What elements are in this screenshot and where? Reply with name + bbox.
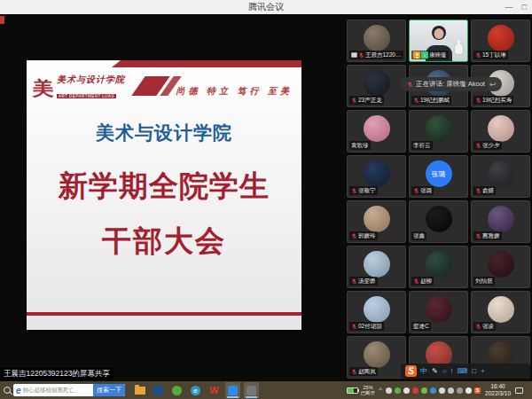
hidden-icons-chevron[interactable]: ^ — [378, 387, 383, 394]
participant-tile[interactable]: 袁歌珍 — [347, 110, 406, 153]
soft-keyboard-icon[interactable]: ⌨ — [458, 368, 468, 375]
file-explorer-icon[interactable] — [132, 382, 147, 398]
participant-label: 惠雅媛 — [473, 231, 502, 240]
taskbar-apps: eW — [132, 381, 259, 399]
reply-arrow-icon[interactable]: ↩ — [489, 81, 497, 89]
minimize-button[interactable]: — — [505, 4, 513, 12]
participant-avatar — [364, 25, 390, 51]
participant-name: 张敬宁 — [358, 187, 376, 195]
participant-tile[interactable]: 俞婧 — [471, 155, 530, 198]
college-logo-mark: 美 — [32, 79, 53, 98]
participant-label: 张少夕 — [473, 141, 502, 150]
participant-tile[interactable]: 盟途C — [409, 291, 468, 333]
slide-title-line1: 新学期全院学生 — [27, 167, 301, 207]
move-tool-icon[interactable] — [466, 387, 472, 394]
sogou-logo-icon[interactable]: S — [405, 365, 417, 377]
network-icon[interactable] — [448, 387, 454, 394]
capture-app-icon[interactable] — [244, 382, 259, 398]
participant-name: 袁歌珍 — [351, 142, 369, 150]
blue-app-icon[interactable] — [430, 387, 436, 394]
participant-tile[interactable]: 惠雅媛 — [471, 200, 530, 243]
edge-browser-icon[interactable]: e — [188, 382, 203, 398]
participant-avatar — [364, 341, 390, 368]
speaking-mic-icon — [407, 82, 413, 88]
windows-taskbar: e 独心起移植烟熏死亡 搜索一下 eW 25% 已断开 ^S 16:40 202… — [0, 381, 532, 399]
shared-slide: 美 美术与设计学院 ART DEPARTMENT LUAS 尚德 特立 笃行 至… — [27, 60, 301, 330]
college-logo-title: 美术与设计学院 — [57, 74, 125, 85]
sogou-input-bar: S 中✎○!⌨□+ — [401, 364, 530, 379]
tencent-meeting-icon-glyph — [228, 386, 238, 395]
participant-name: 汤雯骅 — [358, 278, 376, 286]
system-tray: 25% 已断开 ^S 16:40 2022/3/10 — [347, 383, 530, 397]
participant-tile[interactable]: 张敬宁 — [347, 155, 406, 198]
participant-tile[interactable]: 张璐张璐 — [409, 155, 468, 198]
mic-tray-icon[interactable] — [403, 387, 410, 394]
chinese-mode-icon[interactable]: 中 — [420, 368, 427, 375]
taskbar-search-box[interactable]: e 独心起移植烟熏死亡 搜索一下 — [13, 384, 125, 396]
muted-mic-icon — [358, 52, 364, 59]
sogou-tray-icon[interactable]: S — [474, 387, 481, 394]
participant-label: 赵陶岚 — [349, 367, 378, 376]
participant-tile[interactable]: ↓康映璇 — [409, 20, 468, 62]
participant-label: 赵柳 — [411, 277, 434, 286]
participant-tile[interactable]: 李容云 — [409, 110, 468, 153]
participant-tile[interactable]: 赵陶岚 — [347, 336, 406, 379]
participant-label: 15丁以琳 — [473, 51, 508, 59]
participant-tile[interactable]: 赵柳 — [409, 246, 468, 288]
wechat-icon[interactable] — [395, 387, 401, 394]
muted-mic-icon — [475, 233, 481, 239]
punctuation-icon[interactable]: ○ — [442, 368, 447, 375]
green-app-icon[interactable] — [169, 382, 184, 398]
participant-label: 张璐 — [411, 186, 434, 195]
participant-name: 惠雅媛 — [482, 232, 500, 240]
participant-tile[interactable]: 王晨吉12205392123... — [347, 20, 406, 62]
taskbar-clock[interactable]: 16:40 2022/3/10 — [485, 383, 511, 397]
capture-app-icon-glyph — [246, 386, 256, 395]
muted-mic-icon — [351, 278, 357, 285]
red-app-icon[interactable] — [412, 387, 419, 394]
volume-muted-icon[interactable] — [439, 387, 445, 394]
pen-tray-icon[interactable] — [457, 387, 463, 394]
participant-name: 俞婧 — [482, 187, 494, 195]
participant-avatar — [364, 251, 390, 278]
screen-share-banner: 王晨吉12205392123的屏幕共享 — [0, 368, 113, 380]
participant-tile[interactable]: 02付珺甜 — [347, 291, 406, 333]
toolbox-icon[interactable]: + — [481, 368, 485, 375]
battery-icon[interactable] — [347, 387, 358, 394]
participant-tile[interactable]: 汤雯骅 — [347, 246, 406, 288]
participant-label: 王晨吉12205392123... — [349, 51, 403, 59]
participant-tile[interactable]: 张凌 — [471, 291, 530, 333]
wps-icon[interactable]: W — [207, 382, 222, 398]
participant-label: ↓康映璇 — [411, 51, 449, 59]
participant-name: 15丁以琳 — [482, 51, 506, 59]
participant-tile[interactable]: 张鑫 — [409, 200, 468, 243]
participant-name: 02付珺甜 — [358, 323, 382, 331]
participant-avatar — [426, 115, 452, 142]
notification-bell-icon[interactable] — [386, 387, 392, 394]
participant-name: 郭媛玲 — [358, 232, 376, 240]
voice-input-icon[interactable]: ! — [451, 368, 453, 375]
participant-avatar — [364, 160, 390, 187]
action-center-icon[interactable] — [515, 387, 523, 394]
dark-blue-app-icon[interactable] — [151, 382, 166, 398]
handwriting-icon[interactable]: ✎ — [432, 368, 438, 375]
participant-tile[interactable]: 15丁以琳 — [471, 20, 530, 62]
participant-tile[interactable]: 刘怡晨 — [471, 246, 530, 288]
participant-label: 19纪烈买寿 — [473, 96, 513, 105]
participant-label: 张敬宁 — [349, 186, 378, 195]
participant-tile[interactable]: 23严正龙 — [347, 65, 406, 107]
maximize-button[interactable]: □ — [522, 4, 527, 12]
360-shield-icon[interactable] — [421, 387, 427, 394]
participant-tile[interactable]: 郭媛玲 — [347, 200, 406, 243]
wps-icon-glyph: W — [209, 386, 219, 395]
tencent-meeting-icon[interactable] — [225, 382, 240, 398]
slide-heading: 美术与设计学院 — [27, 121, 301, 145]
search-go-button[interactable]: 搜索一下 — [93, 384, 125, 396]
participant-name: 王晨吉12205392123... — [365, 51, 402, 59]
screenshot-icon[interactable]: □ — [472, 368, 476, 375]
college-motto: 尚德 特立 笃行 至美 — [176, 85, 293, 98]
muted-mic-icon — [351, 324, 357, 330]
participant-tile[interactable]: 张少夕 — [471, 110, 530, 153]
taskbar-search-icon[interactable] — [4, 387, 11, 394]
incoming-arrow-icon: ↓ — [421, 51, 428, 59]
